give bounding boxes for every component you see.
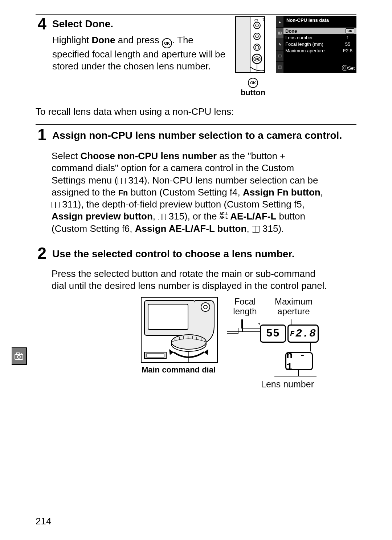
t: Select [52, 150, 81, 161]
focal-length-value: 55 [260, 325, 286, 343]
lens-number-label: Lens number [258, 379, 317, 390]
svg-marker-30 [204, 349, 208, 355]
svg-rect-13 [278, 32, 281, 34]
lcd-row-label: Focal length (mm) [285, 41, 341, 47]
page-number: 214 [36, 516, 51, 527]
step-number: 2 [36, 245, 46, 261]
camera-lcd-menu: ▸ ✎ Non-CPU lens data Don [276, 16, 356, 73]
step-2-body: Press the selected button and rotate the… [52, 268, 327, 292]
lcd-row: Lens number 1 [283, 34, 356, 41]
lcd-title: Non-CPU lens data [276, 16, 356, 24]
svg-point-14 [279, 33, 281, 34]
t: 55 [266, 327, 280, 340]
step-1: 1 Assign non-CPU lens number selection t… [36, 127, 356, 143]
lcd-ok-badge: OK [346, 28, 354, 33]
svg-point-48 [21, 353, 22, 354]
lcd-side-icon: ✎ [276, 39, 283, 50]
page-ref-icon [52, 202, 60, 208]
fn-label: Fn [118, 188, 128, 197]
t: Assign preview button [52, 211, 153, 222]
svg-point-33 [204, 305, 207, 309]
step-4-body: Highlight Done and press OK. The specifi… [52, 34, 228, 73]
step-2-figures: Main command dial Focal length Maximum a… [141, 297, 356, 375]
focal-length-label: Focal length [225, 297, 265, 316]
step-4-title: Select Done. [52, 18, 228, 30]
t: , [320, 187, 323, 198]
step4-title-pre: Select [52, 18, 85, 29]
svg-rect-35 [147, 354, 164, 357]
step-1-body: Select Choose non-CPU lens number as the… [52, 150, 327, 235]
lcd-side-icon [276, 50, 283, 61]
lcd-row-value: 55 [341, 41, 354, 47]
ael-afl-icon: AE-LAF-L [220, 212, 228, 219]
main-command-dial-figure: Main command dial [141, 297, 216, 375]
lcd-row: Done OK [283, 28, 356, 34]
svg-rect-46 [17, 353, 19, 355]
s4-b-strong: Done [91, 35, 115, 45]
lcd-row-value: F2.8 [341, 48, 354, 53]
step-2-title: Use the selected control to choose a len… [52, 247, 356, 260]
lcd-side-icons: ▸ ✎ [276, 16, 283, 73]
t: 315). [260, 223, 284, 234]
step4-title-post: . [110, 18, 113, 29]
camera-back-svg: OK ? [235, 16, 265, 73]
lcd-row: Maximum aperture F2.8 [283, 47, 356, 54]
page-ref-icon [118, 178, 126, 184]
recall-intro: To recall lens data when using a non-CPU… [36, 106, 356, 117]
t: Assign AE-L/AF-L button [135, 223, 247, 234]
lcd-side-icon [276, 61, 283, 73]
manual-page: 4 Select Done. Highlight Done and press … [0, 0, 392, 540]
t: AE-L/AF-L [228, 211, 276, 222]
lens-number-value: n - 1 [285, 352, 313, 370]
lcd-row-label: Done [285, 28, 346, 34]
t: AF-L [220, 216, 228, 219]
step-2: 2 Use the selected control to choose a l… [36, 245, 356, 261]
svg-text:?: ? [262, 17, 265, 22]
lcd-side-icon: ▸ [276, 16, 283, 27]
svg-point-22 [171, 335, 206, 349]
t: , [153, 211, 158, 222]
step-number: 1 [36, 127, 46, 143]
aperture-value: F2.8 [287, 325, 319, 343]
s4-b-mid1: and press [115, 35, 162, 45]
t: 2.8 [295, 327, 316, 340]
svg-rect-20 [148, 304, 188, 330]
step-4: 4 Select Done. Highlight Done and press … [36, 16, 356, 97]
camera-back-figure: OK ? OK button [235, 16, 271, 97]
step-1-title: Assign non-CPU lens number selection to … [52, 129, 356, 142]
lcd-side-icon [276, 27, 283, 39]
svg-rect-1 [250, 17, 265, 73]
lcd-row: Focal length (mm) 55 [283, 41, 356, 47]
s4-b-pre: Highlight [52, 35, 91, 45]
lcd-set-text: Set [348, 66, 355, 71]
control-panel-figure: Focal length Maximum aperture [227, 297, 314, 375]
t: Assign Fn button [243, 187, 320, 198]
lcd-row-value: 1 [341, 35, 354, 40]
shooting-menu-tab-icon [12, 347, 27, 365]
t: 311), the depth-of-field preview button … [60, 199, 305, 210]
ok-cap-text: button [241, 88, 265, 97]
dial-caption: Main command dial [141, 365, 216, 375]
t: 315), or the [166, 211, 219, 222]
svg-marker-31 [169, 349, 173, 355]
lcd-row-label: Maximum aperture [285, 48, 341, 53]
page-ref-icon [158, 214, 166, 220]
ok-button-caption: OK button [235, 76, 271, 97]
lcd-row-label: Lens number [285, 35, 341, 40]
svg-rect-16 [278, 66, 281, 69]
t: , [246, 223, 252, 234]
t: Choose non-CPU lens number [81, 150, 217, 161]
ok-icon: OK [248, 78, 258, 88]
svg-text:OK: OK [255, 57, 259, 61]
t: button (Custom Setting f4, [128, 187, 243, 198]
dpad-icon [342, 65, 348, 71]
svg-rect-0 [236, 17, 250, 73]
step4-title-strong: Done [85, 18, 110, 29]
svg-point-47 [17, 355, 20, 358]
step-4-figures: OK ? OK button ▸ [235, 16, 356, 97]
dial-svg [142, 298, 217, 362]
maximum-aperture-label: Maximum aperture [270, 297, 317, 316]
ok-icon: OK [162, 38, 172, 48]
lcd-set-indicator: Set [342, 65, 355, 71]
page-ref-icon [252, 226, 260, 233]
